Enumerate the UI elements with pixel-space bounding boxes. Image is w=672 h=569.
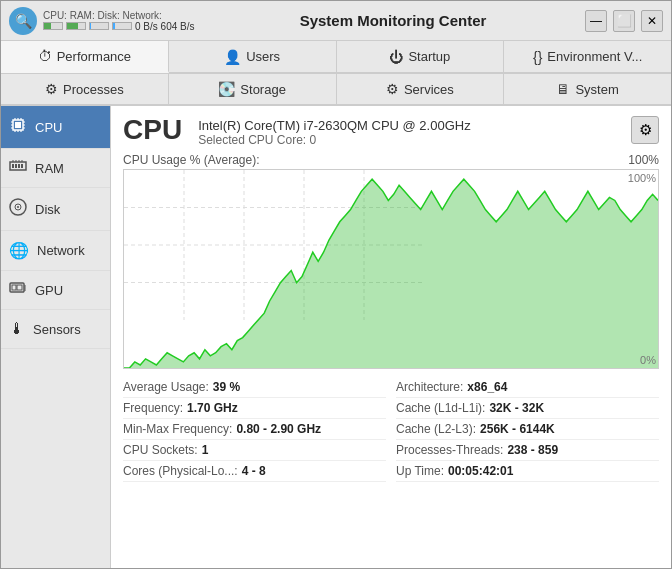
window-title: System Monitoring Center (201, 12, 585, 29)
tab-services-label: Services (404, 82, 454, 97)
ram-sidebar-icon (9, 159, 27, 177)
tab-storage-label: Storage (240, 82, 286, 97)
stat-minmax-label: Min-Max Frequency: (123, 422, 232, 436)
system-icon: 🖥 (556, 81, 570, 97)
stat-proc-value: 238 - 859 (507, 443, 558, 457)
stat-sockets: CPU Sockets: 1 (123, 440, 386, 461)
sidebar-disk-label: Disk (35, 202, 60, 217)
net-speed: 0 B/s 604 B/s (135, 21, 194, 32)
usage-label: CPU Usage % (Average): (123, 153, 260, 167)
maximize-button[interactable]: ⬜ (613, 10, 635, 32)
stat-uptime-value: 00:05:42:01 (448, 464, 513, 478)
stats-right: Architecture: x86_64 Cache (L1d-L1i): 32… (396, 377, 659, 482)
sidebar-item-network[interactable]: 🌐 Network (1, 231, 110, 271)
stat-sockets-label: CPU Sockets: (123, 443, 198, 457)
stats-left: Average Usage: 39 % Frequency: 1.70 GHz … (123, 377, 386, 482)
cpu-header: CPU Intel(R) Core(TM) i7-2630QM CPU @ 2.… (123, 116, 659, 147)
mini-labels: CPU: RAM: Disk: Network: (43, 10, 194, 21)
stat-cache-l1-label: Cache (L1d-L1i): (396, 401, 485, 415)
content-area: CPU Intel(R) Core(TM) i7-2630QM CPU @ 2.… (111, 106, 671, 568)
svg-rect-17 (18, 164, 20, 168)
disk-bar (89, 22, 109, 30)
storage-icon: 💽 (218, 81, 235, 97)
stat-average-usage-value: 39 % (213, 380, 240, 394)
stat-cache-l1: Cache (L1d-L1i): 32K - 32K (396, 398, 659, 419)
chart-zero-label: 0% (640, 354, 656, 366)
chart-max-label: 100% (628, 172, 656, 184)
environment-icon: {} (533, 49, 542, 65)
mini-stats: CPU: RAM: Disk: Network: 0 B/s 604 B/s (43, 10, 194, 32)
cpu-sidebar-icon (9, 116, 27, 138)
main-window: 🔍 CPU: RAM: Disk: Network: (0, 0, 672, 569)
tab-processes[interactable]: ⚙ Processes (1, 74, 169, 105)
performance-icon: ⏱ (38, 48, 52, 64)
stat-cores-label: Cores (Physical-Lo...: (123, 464, 238, 478)
stat-cache-l2-label: Cache (L2-L3): (396, 422, 476, 436)
tab-storage[interactable]: 💽 Storage (169, 74, 337, 105)
tabs-row1: ⏱ Performance 👤 Users ⏻ Startup {} Envir… (1, 41, 671, 74)
usage-max: 100% (628, 153, 659, 167)
sidebar-item-disk[interactable]: Disk (1, 188, 110, 231)
ram-bar (66, 22, 86, 30)
stat-frequency-label: Frequency: (123, 401, 183, 415)
app-icon: 🔍 (9, 7, 37, 35)
tab-environment-label: Environment V... (547, 49, 642, 64)
startup-icon: ⏻ (389, 49, 403, 65)
tab-processes-label: Processes (63, 82, 124, 97)
tab-startup[interactable]: ⏻ Startup (337, 41, 505, 73)
cpu-model: Intel(R) Core(TM) i7-2630QM CPU @ 2.00GH… (198, 118, 631, 133)
cpu-chart: 100% 0% (123, 169, 659, 369)
stat-cores: Cores (Physical-Lo...: 4 - 8 (123, 461, 386, 482)
cpu-bar (43, 22, 63, 30)
services-icon: ⚙ (386, 81, 399, 97)
tab-system-label: System (575, 82, 618, 97)
stat-cache-l1-value: 32K - 32K (489, 401, 544, 415)
stat-uptime-label: Up Time: (396, 464, 444, 478)
tabs-row2: ⚙ Processes 💽 Storage ⚙ Services 🖥 Syste… (1, 74, 671, 106)
sidebar-item-ram[interactable]: RAM (1, 149, 110, 188)
stat-cache-l2: Cache (L2-L3): 256K - 6144K (396, 419, 659, 440)
settings-button[interactable]: ⚙ (631, 116, 659, 144)
minimize-button[interactable]: — (585, 10, 607, 32)
title-bar: 🔍 CPU: RAM: Disk: Network: (1, 1, 671, 41)
tab-system[interactable]: 🖥 System (504, 74, 671, 105)
stat-minmax-freq: Min-Max Frequency: 0.80 - 2.90 GHz (123, 419, 386, 440)
cpu-info: Intel(R) Core(TM) i7-2630QM CPU @ 2.00GH… (198, 116, 631, 147)
stat-arch-label: Architecture: (396, 380, 463, 394)
cpu-chart-area (124, 170, 658, 368)
stat-minmax-value: 0.80 - 2.90 GHz (236, 422, 321, 436)
stat-sockets-value: 1 (202, 443, 209, 457)
users-icon: 👤 (224, 49, 241, 65)
sidebar: CPU RAM Disk 🌐 Network (1, 106, 111, 568)
stat-arch-value: x86_64 (467, 380, 507, 394)
stat-cores-value: 4 - 8 (242, 464, 266, 478)
svg-rect-15 (12, 164, 14, 168)
tab-performance[interactable]: ⏱ Performance (1, 41, 169, 73)
svg-point-25 (17, 206, 19, 208)
title-bar-left: 🔍 CPU: RAM: Disk: Network: (9, 7, 201, 35)
sidebar-sensors-label: Sensors (33, 322, 81, 337)
net-bar (112, 22, 132, 30)
sidebar-item-cpu[interactable]: CPU (1, 106, 110, 149)
close-button[interactable]: ✕ (641, 10, 663, 32)
stat-cache-l2-value: 256K - 6144K (480, 422, 555, 436)
svg-rect-16 (15, 164, 17, 168)
stat-proc-label: Processes-Threads: (396, 443, 503, 457)
sensors-sidebar-icon: 🌡 (9, 320, 25, 338)
tab-environment[interactable]: {} Environment V... (504, 41, 671, 73)
sidebar-item-gpu[interactable]: GPU (1, 271, 110, 310)
stat-frequency: Frequency: 1.70 GHz (123, 398, 386, 419)
tab-performance-label: Performance (57, 49, 131, 64)
svg-rect-27 (12, 285, 16, 290)
window-controls: — ⬜ ✕ (585, 10, 663, 32)
stat-proc-threads: Processes-Threads: 238 - 859 (396, 440, 659, 461)
svg-rect-1 (15, 122, 21, 128)
sidebar-network-label: Network (37, 243, 85, 258)
tab-users[interactable]: 👤 Users (169, 41, 337, 73)
cpu-title: CPU (123, 116, 182, 144)
stat-frequency-value: 1.70 GHz (187, 401, 238, 415)
network-sidebar-icon: 🌐 (9, 241, 29, 260)
stat-uptime: Up Time: 00:05:42:01 (396, 461, 659, 482)
sidebar-item-sensors[interactable]: 🌡 Sensors (1, 310, 110, 349)
tab-services[interactable]: ⚙ Services (337, 74, 505, 105)
